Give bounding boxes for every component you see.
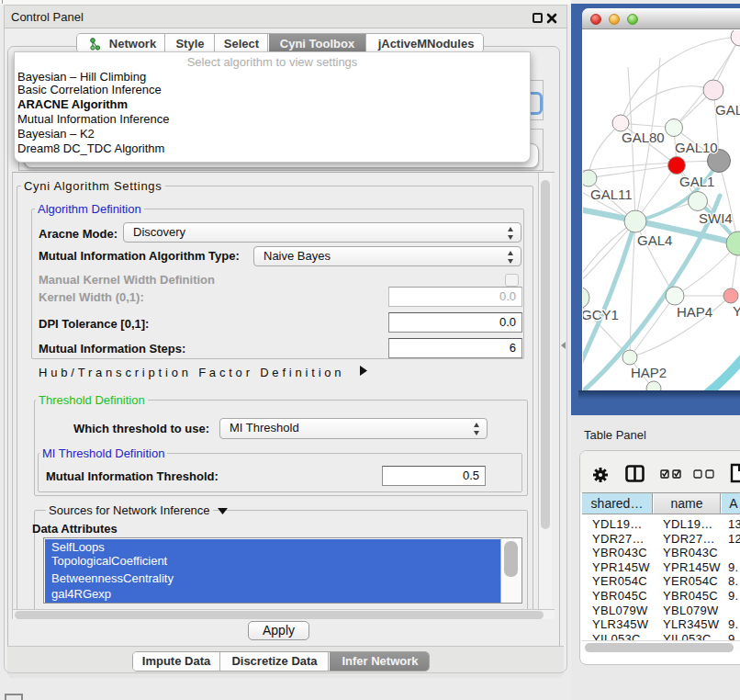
- svg-text:HAP2: HAP2: [631, 365, 667, 380]
- svg-text:GAL80: GAL80: [622, 130, 665, 145]
- svg-text:GAL1: GAL1: [679, 174, 714, 189]
- svg-text:GAL10: GAL10: [675, 140, 718, 155]
- svg-text:GAL8: GAL8: [715, 102, 740, 118]
- svg-text:HAP4: HAP4: [677, 304, 712, 320]
- svg-text:GAL4: GAL4: [637, 232, 672, 248]
- svg-text:GCY1: GCY1: [583, 307, 619, 322]
- svg-text:GAL11: GAL11: [590, 186, 633, 202]
- svg-text:SWI4: SWI4: [699, 210, 733, 226]
- svg-text:Y: Y: [733, 303, 740, 319]
